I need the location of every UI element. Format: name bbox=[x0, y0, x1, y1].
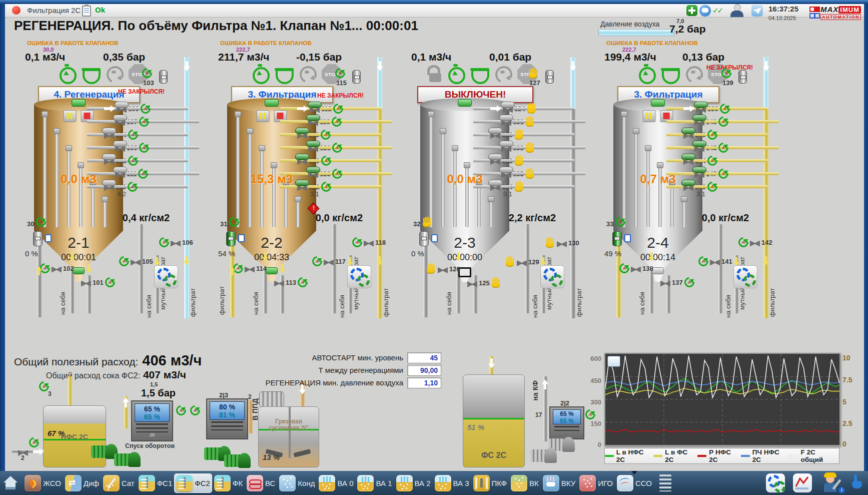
valve-icon[interactable] bbox=[696, 107, 706, 114]
auto-mode-icon[interactable] bbox=[619, 263, 629, 273]
bottom-valve[interactable]: 114 bbox=[233, 263, 267, 273]
valve-icon[interactable] bbox=[694, 120, 704, 127]
taskbar-item-vs[interactable]: ВС bbox=[245, 474, 277, 492]
auto-mode-icon[interactable] bbox=[29, 437, 39, 447]
taskbar-item-fs1[interactable]: ФС1 bbox=[137, 474, 174, 492]
gears-icon[interactable] bbox=[540, 265, 564, 288]
valve-icon[interactable] bbox=[501, 120, 511, 127]
top-valve[interactable]: 127 bbox=[528, 68, 563, 91]
auto-mode-icon[interactable] bbox=[718, 169, 728, 179]
auto-mode-icon[interactable] bbox=[229, 217, 239, 227]
auto-mode-icon[interactable] bbox=[738, 237, 748, 247]
valve-icon[interactable] bbox=[115, 172, 125, 179]
auto-mode-icon[interactable] bbox=[40, 263, 50, 273]
manual-mode-icon[interactable] bbox=[527, 103, 537, 115]
valve-icon[interactable] bbox=[297, 133, 307, 140]
pump-icon[interactable] bbox=[530, 444, 558, 464]
timer-icon[interactable] bbox=[637, 64, 657, 84]
gears-icon[interactable] bbox=[347, 265, 371, 288]
taskbar-item-dif[interactable]: Диф bbox=[64, 474, 101, 492]
valve-icon[interactable] bbox=[115, 146, 125, 153]
auto-mode-icon[interactable] bbox=[39, 381, 49, 391]
auto-mode-icon[interactable] bbox=[128, 156, 138, 166]
auto-mode-icon[interactable] bbox=[142, 68, 152, 78]
wash-bowl-icon[interactable] bbox=[470, 64, 490, 84]
auto-mode-icon[interactable] bbox=[139, 117, 149, 127]
manual-mode-icon[interactable] bbox=[525, 142, 535, 154]
auto-mode-icon[interactable] bbox=[332, 169, 342, 179]
auto-mode-icon[interactable] bbox=[321, 156, 331, 166]
param-input[interactable]: 45 bbox=[407, 352, 441, 363]
param-input[interactable]: 1,10 bbox=[407, 377, 441, 388]
valve-icon[interactable] bbox=[297, 159, 307, 166]
manual-mode-icon[interactable] bbox=[426, 263, 436, 275]
timer-icon[interactable] bbox=[447, 64, 467, 84]
taskbar-item-igo[interactable]: ИГО bbox=[578, 474, 614, 492]
valve-icon[interactable] bbox=[308, 172, 318, 179]
auto-mode-icon[interactable] bbox=[352, 237, 362, 247]
valve-icon[interactable] bbox=[490, 185, 500, 192]
rotate-mode-icon[interactable] bbox=[684, 64, 704, 84]
manual-mode-icon[interactable] bbox=[514, 155, 524, 167]
valve-icon[interactable] bbox=[501, 146, 511, 153]
bottom-valve[interactable]: 105 bbox=[119, 256, 153, 266]
auto-mode-icon[interactable] bbox=[684, 277, 694, 287]
manual-mode-icon[interactable] bbox=[528, 68, 538, 80]
pump-icon[interactable] bbox=[114, 448, 142, 468]
rotate-mode-icon[interactable] bbox=[298, 64, 318, 84]
auto-mode-icon[interactable] bbox=[128, 182, 138, 192]
auto-mode-icon[interactable] bbox=[332, 117, 342, 127]
bottom-valve[interactable]: 118 bbox=[352, 237, 386, 247]
valve-icon[interactable] bbox=[501, 172, 511, 179]
top-valve[interactable]: 103 bbox=[142, 68, 177, 91]
auto-mode-icon[interactable] bbox=[721, 68, 731, 78]
top-valve[interactable]: 139 bbox=[721, 68, 756, 91]
gears-icon[interactable] bbox=[154, 265, 178, 288]
auto-mode-icon[interactable] bbox=[141, 104, 151, 114]
menu-lines-icon[interactable] bbox=[659, 474, 671, 491]
bottom-valve[interactable]: 101 bbox=[81, 277, 115, 287]
valve-icon[interactable] bbox=[490, 133, 500, 140]
bottom-valve[interactable]: 126 bbox=[426, 263, 460, 275]
clipboard-icon[interactable] bbox=[82, 6, 91, 17]
auto-mode-icon[interactable] bbox=[335, 68, 345, 78]
pause-button[interactable] bbox=[643, 110, 656, 122]
vfd-panel[interactable]: 80 %81 % bbox=[206, 398, 248, 439]
manual-mode-icon[interactable] bbox=[505, 256, 515, 268]
taskbar-item-sso[interactable]: ССО bbox=[615, 474, 653, 492]
valve-icon[interactable] bbox=[297, 185, 307, 192]
taskbar-item-sat[interactable]: Сат bbox=[102, 474, 136, 492]
auto-mode-icon[interactable] bbox=[333, 104, 343, 114]
valve-icon[interactable] bbox=[308, 120, 318, 127]
auto-mode-icon[interactable] bbox=[321, 130, 331, 140]
auto-mode-icon[interactable] bbox=[615, 217, 625, 227]
bottom-valve[interactable]: 102 bbox=[40, 263, 74, 273]
taskbar-item-fs2[interactable]: ФС2 bbox=[175, 474, 212, 492]
manual-mode-icon[interactable] bbox=[545, 237, 555, 249]
chat-icon[interactable] bbox=[699, 5, 711, 17]
valve-icon[interactable] bbox=[115, 120, 125, 127]
auto-mode-icon[interactable] bbox=[698, 256, 708, 266]
auto-mode-icon[interactable] bbox=[707, 130, 717, 140]
timer-icon[interactable] bbox=[58, 64, 78, 84]
pause-button[interactable] bbox=[64, 110, 77, 122]
valve-icon[interactable] bbox=[683, 133, 693, 140]
operator-avatar-icon[interactable] bbox=[728, 4, 745, 17]
auto-mode-icon[interactable] bbox=[720, 104, 730, 114]
top-valve[interactable]: 115 bbox=[335, 68, 370, 91]
pump-icon[interactable] bbox=[224, 449, 252, 469]
taskbar-item-kond[interactable]: Конд bbox=[278, 474, 316, 492]
wash-bowl-icon[interactable] bbox=[661, 64, 681, 84]
valve-icon[interactable] bbox=[694, 172, 704, 179]
auto-mode-icon[interactable] bbox=[105, 277, 115, 287]
bottom-valve[interactable]: 141 bbox=[698, 256, 732, 266]
bottom-valve[interactable]: 130 bbox=[545, 237, 579, 249]
valve-icon[interactable] bbox=[104, 133, 114, 140]
bottom-valve[interactable]: 125 bbox=[467, 277, 501, 289]
trend-zoom-button[interactable] bbox=[607, 356, 620, 367]
add-icon[interactable] bbox=[686, 5, 697, 16]
auto-mode-icon[interactable] bbox=[128, 130, 138, 140]
timer-icon[interactable] bbox=[251, 64, 271, 84]
auto-mode-icon[interactable] bbox=[707, 182, 717, 192]
auto-mode-icon[interactable] bbox=[138, 169, 148, 179]
